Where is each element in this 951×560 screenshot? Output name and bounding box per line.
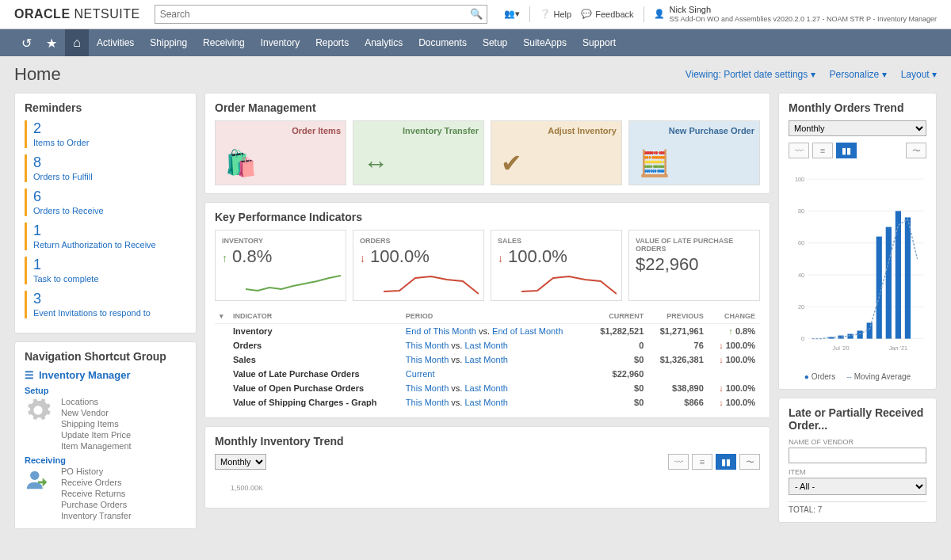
orders-trend-title: Monthly Orders Trend (789, 101, 926, 114)
user-info[interactable]: 👤 Nick Singh SS Add-On WO and Assemblies… (654, 5, 938, 24)
shortcut-link[interactable]: Shipping Items (61, 419, 132, 429)
shortcut-link[interactable]: Inventory Transfer (61, 511, 132, 520)
late-orders-portlet: Late or Partially Received Order... NAME… (778, 398, 937, 523)
bar[interactable] (905, 217, 911, 338)
home-icon[interactable]: ⌂ (65, 29, 89, 56)
bar[interactable] (877, 237, 882, 339)
vendor-input[interactable] (789, 448, 926, 463)
reminder-item[interactable]: 6Orders to Receive (25, 189, 186, 216)
table-row: SalesThis Month vs. Last Month$0$1,326,3… (215, 352, 760, 367)
nav-item[interactable]: Analytics (365, 37, 403, 48)
y-tick: 20 (798, 303, 804, 310)
nav-item[interactable]: Setup (483, 37, 507, 48)
tile-label: Order Items (220, 126, 341, 135)
search-wrap: 🔍 (155, 5, 487, 24)
chart-type-line-icon[interactable]: 〜 (906, 143, 926, 158)
x-tick: Jan '21 (889, 345, 907, 352)
kpi-label: ORDERS (360, 237, 477, 245)
chart-type-bar-icon[interactable]: ▮▮ (836, 143, 857, 158)
kpi-card[interactable]: ORDERS↓ 100.0% (353, 230, 484, 301)
reminder-item[interactable]: 1Return Authorization to Receive (25, 223, 186, 250)
reminder-item[interactable]: 8Orders to Fulfill (25, 154, 186, 182)
orders-trend-chart: 020406080100Jul '20Jan '21 (789, 163, 926, 369)
viewing-dropdown[interactable]: Viewing: Portlet date settings ▾ (686, 69, 815, 80)
role-switcher-icon[interactable]: 👥▾ (504, 9, 520, 19)
nav-item[interactable]: Support (582, 37, 616, 48)
page-head: Home Viewing: Portlet date settings ▾ Pe… (0, 56, 951, 88)
change-cell (708, 367, 760, 381)
reminder-item[interactable]: 2Items to Order (25, 120, 186, 148)
item-select[interactable]: - All - (789, 478, 926, 495)
previous-cell: $1,271,961 (648, 324, 708, 339)
bar[interactable] (896, 211, 901, 338)
shortcut-link[interactable]: Receive Returns (61, 489, 132, 498)
help-link[interactable]: ❔Help (540, 9, 572, 19)
chart-type-list-icon[interactable]: ≡ (812, 143, 833, 158)
chart-type-list-icon[interactable]: ≡ (692, 454, 712, 470)
kpi-value: $22,960 (636, 254, 753, 275)
kpi-label: VALUE OF LATE PURCHASE ORDERS (636, 237, 753, 253)
brand-logo: ORACLE NETSUITE (14, 7, 140, 21)
chart-type-area-icon[interactable]: 〰 (789, 143, 809, 158)
quick-action-tile[interactable]: New Purchase Order🧮 (628, 120, 760, 185)
y-tick: 40 (798, 272, 804, 279)
quick-action-tile[interactable]: Adjust Inventory✔ (491, 120, 622, 185)
inventory-trend-view-select[interactable]: Monthly (215, 454, 266, 470)
period-cell: End of This Month vs. End of Last Month (401, 324, 589, 339)
chart-type-line-icon[interactable]: 〜 (739, 454, 760, 470)
nav-item[interactable]: Reports (315, 37, 349, 48)
table-header[interactable]: CHANGE (708, 309, 760, 324)
shortcut-link[interactable]: Locations (61, 397, 132, 406)
tile-icon: ✔ (501, 148, 522, 178)
recent-icon[interactable]: ↺ (14, 29, 38, 56)
nav-item[interactable]: Activities (97, 37, 134, 48)
favorites-icon[interactable]: ★ (40, 29, 63, 56)
nav-item[interactable]: SuiteApps (523, 37, 567, 48)
reminder-label: Return Authorization to Receive (33, 240, 156, 250)
tile-icon: ↔ (363, 149, 388, 178)
quick-action-tile[interactable]: Order Items🛍️ (215, 120, 346, 185)
shortcut-group-title: Receiving (25, 455, 186, 465)
nav-item[interactable]: Receiving (203, 37, 245, 48)
table-header[interactable]: PREVIOUS (648, 309, 708, 324)
bar[interactable] (857, 331, 863, 339)
table-header[interactable]: CURRENT (589, 309, 648, 324)
shortcut-link[interactable]: Item Management (61, 441, 132, 451)
bar[interactable] (886, 227, 892, 339)
orders-trend-view-select[interactable]: Monthly (789, 120, 926, 136)
shortcut-link[interactable]: New Vendor (61, 408, 132, 417)
y-tick: 100 (795, 176, 804, 183)
reminder-item[interactable]: 1Task to complete (25, 257, 186, 284)
late-orders-title: Late or Partially Received Order... (789, 406, 926, 432)
shortcut-link[interactable]: Update Item Price (61, 430, 132, 440)
previous-cell: $866 (648, 395, 708, 410)
personalize-dropdown[interactable]: Personalize ▾ (830, 69, 887, 80)
feedback-link[interactable]: 💬Feedback (581, 9, 633, 19)
nav-item[interactable]: Shipping (150, 37, 187, 48)
table-header[interactable]: INDICATOR (228, 309, 401, 324)
search-icon[interactable]: 🔍 (470, 8, 483, 20)
quick-action-tile[interactable]: Inventory Transfer↔ (353, 120, 484, 185)
nav-item[interactable]: Inventory (261, 37, 300, 48)
shortcut-persona[interactable]: ☰Inventory Manager (25, 369, 186, 381)
chart-type-area-icon[interactable]: 〰 (668, 454, 689, 470)
layout-dropdown[interactable]: Layout ▾ (901, 69, 937, 80)
table-header[interactable]: PERIOD (401, 309, 589, 324)
tile-icon: 🛍️ (225, 148, 257, 178)
shortcut-link[interactable]: Purchase Orders (61, 500, 132, 509)
shortcut-link[interactable]: Receive Orders (61, 478, 132, 487)
chart-legend: ● Orders -- Moving Average (789, 372, 926, 381)
indicator-cell: Value of Shipping Charges - Graph (228, 395, 401, 410)
shortcut-link[interactable]: PO History (61, 467, 132, 476)
nav-item[interactable]: Documents (418, 37, 467, 48)
chart-type-bar-icon[interactable]: ▮▮ (716, 454, 736, 470)
table-row: OrdersThis Month vs. Last Month076↓ 100.… (215, 338, 760, 352)
page-title: Home (14, 64, 61, 85)
reminder-item[interactable]: 3Event Invitations to respond to (25, 291, 186, 318)
tile-label: Inventory Transfer (358, 126, 479, 135)
search-input[interactable] (155, 5, 487, 24)
kpi-card[interactable]: INVENTORY↑ 0.8% (215, 230, 346, 301)
reminder-label: Orders to Fulfill (33, 172, 93, 181)
kpi-card[interactable]: SALES↓ 100.0% (491, 230, 622, 301)
kpi-card[interactable]: VALUE OF LATE PURCHASE ORDERS $22,960 (628, 230, 760, 301)
